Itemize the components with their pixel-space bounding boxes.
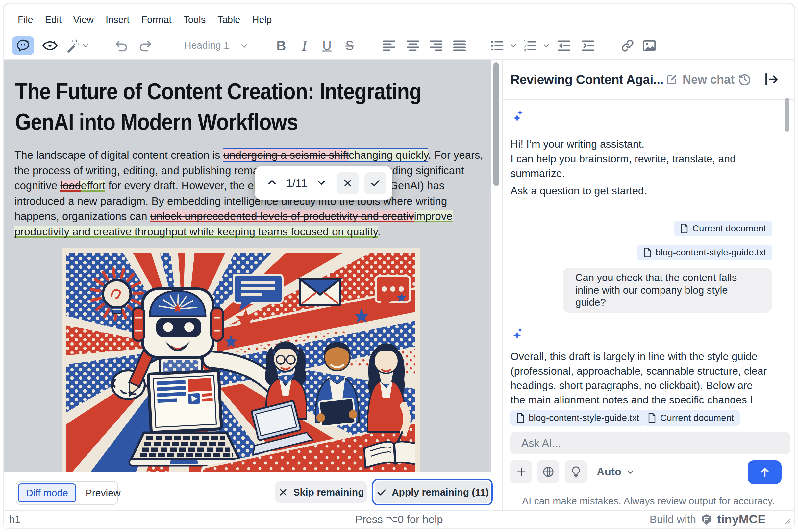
svg-text:3: 3 — [524, 48, 526, 53]
